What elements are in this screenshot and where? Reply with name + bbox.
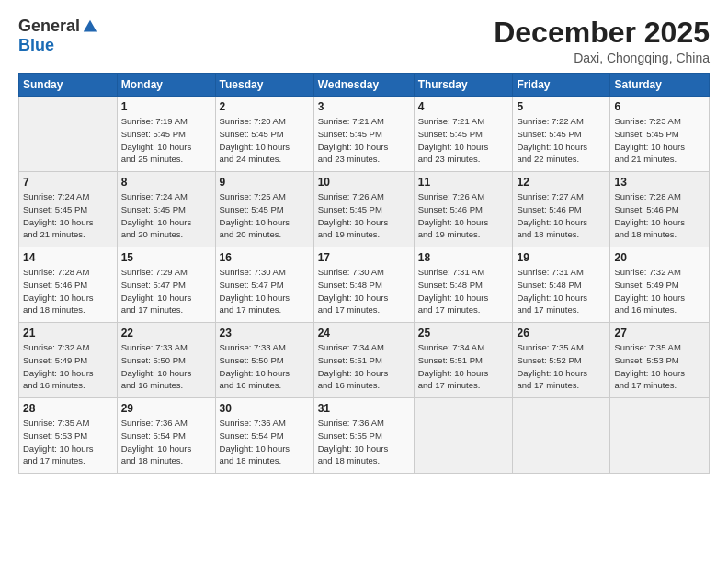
calendar-cell: 31Sunrise: 7:36 AMSunset: 5:55 PMDayligh… <box>313 398 414 474</box>
day-info: Sunrise: 7:33 AMSunset: 5:50 PMDaylight:… <box>121 341 211 392</box>
logo-icon <box>82 18 98 35</box>
weekday-header-wednesday: Wednesday <box>313 74 414 97</box>
calendar-header: SundayMondayTuesdayWednesdayThursdayFrid… <box>19 74 710 97</box>
day-info: Sunrise: 7:24 AMSunset: 5:45 PMDaylight:… <box>23 190 113 241</box>
calendar-cell: 27Sunrise: 7:35 AMSunset: 5:53 PMDayligh… <box>610 323 710 398</box>
day-info: Sunrise: 7:25 AMSunset: 5:45 PMDaylight:… <box>220 190 310 241</box>
calendar-cell: 10Sunrise: 7:26 AMSunset: 5:45 PMDayligh… <box>313 172 414 247</box>
day-number: 25 <box>418 327 509 339</box>
calendar-cell: 5Sunrise: 7:22 AMSunset: 5:45 PMDaylight… <box>513 97 610 172</box>
day-info: Sunrise: 7:20 AMSunset: 5:45 PMDaylight:… <box>220 115 310 166</box>
calendar-cell: 18Sunrise: 7:31 AMSunset: 5:48 PMDayligh… <box>414 247 513 323</box>
day-info: Sunrise: 7:34 AMSunset: 5:51 PMDaylight:… <box>418 341 509 392</box>
day-number: 11 <box>418 176 509 189</box>
day-number: 7 <box>23 176 113 189</box>
subtitle: Daxi, Chongqing, China <box>494 51 710 65</box>
calendar-cell: 9Sunrise: 7:25 AMSunset: 5:45 PMDaylight… <box>215 172 313 247</box>
week-row-1: 1Sunrise: 7:19 AMSunset: 5:45 PMDaylight… <box>19 97 710 172</box>
calendar-cell: 14Sunrise: 7:28 AMSunset: 5:46 PMDayligh… <box>19 247 118 323</box>
day-number: 12 <box>517 176 606 189</box>
day-number: 23 <box>220 327 310 339</box>
day-number: 2 <box>220 100 310 113</box>
calendar-cell: 7Sunrise: 7:24 AMSunset: 5:45 PMDaylight… <box>19 172 118 247</box>
day-info: Sunrise: 7:30 AMSunset: 5:48 PMDaylight:… <box>318 266 410 316</box>
weekday-header-thursday: Thursday <box>414 74 513 97</box>
calendar-cell: 30Sunrise: 7:36 AMSunset: 5:54 PMDayligh… <box>215 398 313 474</box>
day-number: 29 <box>121 402 211 415</box>
day-number: 17 <box>318 251 410 264</box>
day-number: 31 <box>318 402 410 415</box>
calendar-cell: 1Sunrise: 7:19 AMSunset: 5:45 PMDaylight… <box>117 97 215 172</box>
day-number: 26 <box>517 327 606 339</box>
day-number: 4 <box>418 100 509 113</box>
week-row-4: 21Sunrise: 7:32 AMSunset: 5:49 PMDayligh… <box>19 323 710 398</box>
calendar-cell: 24Sunrise: 7:34 AMSunset: 5:51 PMDayligh… <box>313 323 414 398</box>
day-info: Sunrise: 7:33 AMSunset: 5:50 PMDaylight:… <box>220 341 310 392</box>
svg-marker-0 <box>84 19 97 31</box>
weekday-header-tuesday: Tuesday <box>215 74 313 97</box>
calendar-cell: 6Sunrise: 7:23 AMSunset: 5:45 PMDaylight… <box>610 97 710 172</box>
day-number: 14 <box>23 251 113 264</box>
day-info: Sunrise: 7:31 AMSunset: 5:48 PMDaylight:… <box>517 266 606 316</box>
calendar-cell: 13Sunrise: 7:28 AMSunset: 5:46 PMDayligh… <box>610 172 710 247</box>
day-info: Sunrise: 7:28 AMSunset: 5:46 PMDaylight:… <box>614 190 705 241</box>
weekday-row: SundayMondayTuesdayWednesdayThursdayFrid… <box>19 74 710 97</box>
calendar-cell: 20Sunrise: 7:32 AMSunset: 5:49 PMDayligh… <box>610 247 710 323</box>
day-info: Sunrise: 7:34 AMSunset: 5:51 PMDaylight:… <box>318 341 410 392</box>
day-number: 20 <box>614 251 705 264</box>
day-number: 16 <box>220 251 310 264</box>
day-info: Sunrise: 7:28 AMSunset: 5:46 PMDaylight:… <box>23 266 113 316</box>
day-info: Sunrise: 7:36 AMSunset: 5:55 PMDaylight:… <box>318 417 410 467</box>
calendar-cell: 12Sunrise: 7:27 AMSunset: 5:46 PMDayligh… <box>513 172 610 247</box>
logo: General Blue <box>18 17 98 55</box>
day-info: Sunrise: 7:21 AMSunset: 5:45 PMDaylight:… <box>418 115 509 166</box>
calendar-cell: 28Sunrise: 7:35 AMSunset: 5:53 PMDayligh… <box>19 398 118 474</box>
day-info: Sunrise: 7:26 AMSunset: 5:45 PMDaylight:… <box>318 190 410 241</box>
day-number: 1 <box>121 100 211 113</box>
day-number: 3 <box>318 100 410 113</box>
calendar: SundayMondayTuesdayWednesdayThursdayFrid… <box>18 73 710 474</box>
calendar-cell <box>610 398 710 474</box>
day-number: 9 <box>220 176 310 189</box>
calendar-cell: 26Sunrise: 7:35 AMSunset: 5:52 PMDayligh… <box>513 323 610 398</box>
day-info: Sunrise: 7:26 AMSunset: 5:46 PMDaylight:… <box>418 190 509 241</box>
day-number: 24 <box>318 327 410 339</box>
page: General Blue December 2025 Daxi, Chongqi… <box>0 0 728 563</box>
day-number: 13 <box>614 176 705 189</box>
day-info: Sunrise: 7:19 AMSunset: 5:45 PMDaylight:… <box>121 115 211 166</box>
calendar-cell: 8Sunrise: 7:24 AMSunset: 5:45 PMDaylight… <box>117 172 215 247</box>
calendar-cell: 16Sunrise: 7:30 AMSunset: 5:47 PMDayligh… <box>215 247 313 323</box>
day-info: Sunrise: 7:32 AMSunset: 5:49 PMDaylight:… <box>23 341 113 392</box>
day-info: Sunrise: 7:35 AMSunset: 5:53 PMDaylight:… <box>23 417 113 467</box>
calendar-cell: 11Sunrise: 7:26 AMSunset: 5:46 PMDayligh… <box>414 172 513 247</box>
weekday-header-sunday: Sunday <box>19 74 118 97</box>
day-info: Sunrise: 7:36 AMSunset: 5:54 PMDaylight:… <box>121 417 211 467</box>
day-number: 18 <box>418 251 509 264</box>
weekday-header-monday: Monday <box>117 74 215 97</box>
calendar-cell: 4Sunrise: 7:21 AMSunset: 5:45 PMDaylight… <box>414 97 513 172</box>
day-info: Sunrise: 7:27 AMSunset: 5:46 PMDaylight:… <box>517 190 606 241</box>
calendar-cell: 19Sunrise: 7:31 AMSunset: 5:48 PMDayligh… <box>513 247 610 323</box>
day-info: Sunrise: 7:22 AMSunset: 5:45 PMDaylight:… <box>517 115 606 166</box>
day-number: 15 <box>121 251 211 264</box>
calendar-cell: 21Sunrise: 7:32 AMSunset: 5:49 PMDayligh… <box>19 323 118 398</box>
day-info: Sunrise: 7:35 AMSunset: 5:53 PMDaylight:… <box>614 341 705 392</box>
weekday-header-friday: Friday <box>513 74 610 97</box>
calendar-cell: 25Sunrise: 7:34 AMSunset: 5:51 PMDayligh… <box>414 323 513 398</box>
day-number: 21 <box>23 327 113 339</box>
day-number: 27 <box>614 327 705 339</box>
calendar-cell: 15Sunrise: 7:29 AMSunset: 5:47 PMDayligh… <box>117 247 215 323</box>
day-info: Sunrise: 7:31 AMSunset: 5:48 PMDaylight:… <box>418 266 509 316</box>
day-info: Sunrise: 7:29 AMSunset: 5:47 PMDaylight:… <box>121 266 211 316</box>
week-row-3: 14Sunrise: 7:28 AMSunset: 5:46 PMDayligh… <box>19 247 710 323</box>
weekday-header-saturday: Saturday <box>610 74 710 97</box>
day-number: 30 <box>220 402 310 415</box>
day-info: Sunrise: 7:21 AMSunset: 5:45 PMDaylight:… <box>318 115 410 166</box>
logo-general: General <box>18 17 80 36</box>
calendar-cell <box>513 398 610 474</box>
calendar-cell: 23Sunrise: 7:33 AMSunset: 5:50 PMDayligh… <box>215 323 313 398</box>
day-number: 8 <box>121 176 211 189</box>
calendar-cell <box>19 97 118 172</box>
calendar-cell <box>414 398 513 474</box>
day-number: 5 <box>517 100 606 113</box>
